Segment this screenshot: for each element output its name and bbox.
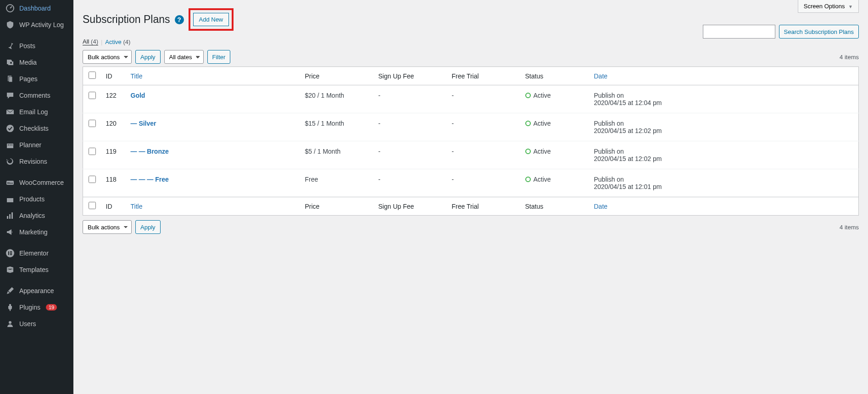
svg-rect-16	[9, 214, 11, 219]
user-icon	[6, 319, 15, 328]
row-status: Active	[521, 141, 590, 169]
sidebar-item-label: Appearance	[19, 287, 54, 294]
filter-active[interactable]: Active (4)	[105, 39, 130, 45]
col-id: ID	[101, 67, 126, 85]
sidebar-item-posts[interactable]: Posts	[0, 38, 73, 54]
filter-button[interactable]: Filter	[207, 50, 231, 64]
select-all-bottom[interactable]	[89, 202, 96, 209]
svg-rect-7	[7, 142, 13, 144]
dates-select[interactable]: All dates	[164, 50, 204, 64]
svg-rect-3	[9, 77, 12, 82]
row-date: Publish on2020/04/15 at 12:01 pm	[590, 169, 859, 197]
status-active-icon	[525, 177, 531, 182]
sidebar-item-label: Plugins	[19, 304, 40, 311]
sidebar-item-elementor[interactable]: Elementor	[0, 245, 73, 261]
svg-rect-9	[10, 144, 11, 145]
screen-options: Screen Options ▼	[798, 0, 859, 13]
sidebar-item-pages[interactable]: Pages	[0, 71, 73, 87]
svg-rect-20	[10, 251, 12, 252]
svg-text:Woo: Woo	[7, 182, 13, 184]
dash-icon	[6, 4, 15, 13]
sidebar-item-label: WP Activity Log	[19, 21, 64, 28]
plan-title-link[interactable]: Silver	[139, 120, 156, 127]
comment-icon	[6, 91, 15, 100]
sidebar-item-revisions[interactable]: Revisions	[0, 153, 73, 170]
rev-icon	[6, 157, 15, 166]
elem-icon	[6, 249, 15, 258]
search-input[interactable]	[703, 25, 775, 39]
row-signup: -	[374, 113, 447, 141]
sidebar-item-planner[interactable]: Planner	[0, 137, 73, 153]
bottom-toolbar: Bulk actions Apply 4 items	[83, 220, 859, 234]
brush-icon	[6, 286, 15, 295]
media-icon	[6, 58, 15, 67]
sidebar-item-comments[interactable]: Comments	[0, 87, 73, 104]
mega-icon	[6, 228, 15, 237]
screen-options-label: Screen Options	[804, 3, 845, 10]
sidebar-item-plugins[interactable]: Plugins19	[0, 299, 73, 316]
row-status: Active	[521, 85, 590, 113]
search-row: Search Subscription Plans	[703, 25, 859, 39]
row-id: 120	[101, 113, 126, 141]
main-content: Screen Options ▼ Search Subscription Pla…	[73, 0, 868, 394]
row-date: Publish on2020/04/15 at 12:02 pm	[590, 141, 859, 169]
apply-button-bottom[interactable]: Apply	[135, 220, 161, 234]
sidebar-item-appearance[interactable]: Appearance	[0, 283, 73, 299]
filter-all[interactable]: All (4)	[83, 38, 98, 45]
col-date[interactable]: Date	[590, 67, 859, 85]
status-active-icon	[525, 149, 531, 154]
svg-rect-22	[10, 254, 12, 255]
svg-rect-14	[7, 196, 13, 198]
apply-button[interactable]: Apply	[135, 50, 161, 64]
row-signup: -	[374, 169, 447, 197]
row-checkbox[interactable]	[89, 92, 96, 99]
row-checkbox[interactable]	[89, 176, 96, 183]
sidebar-item-checklists[interactable]: Checklists	[0, 120, 73, 137]
check-icon	[6, 124, 15, 133]
screen-options-button[interactable]: Screen Options ▼	[798, 0, 859, 13]
svg-point-1	[10, 62, 12, 64]
row-price: Free	[300, 169, 374, 197]
sidebar-item-label: Elementor	[19, 250, 49, 257]
plan-title-link[interactable]: Free	[155, 176, 169, 183]
row-checkbox[interactable]	[89, 148, 96, 155]
woo-icon: Woo	[6, 178, 15, 187]
plans-table: ID Title Price Sign Up Fee Free Trial St…	[83, 67, 859, 216]
sidebar-item-label: WooCommerce	[19, 179, 64, 186]
bulk-actions-select-bottom[interactable]: Bulk actions	[83, 220, 132, 234]
row-trial: -	[447, 85, 521, 113]
mail-icon	[6, 107, 15, 117]
stats-icon	[6, 211, 15, 220]
row-status: Active	[521, 113, 590, 141]
svg-point-23	[9, 321, 11, 324]
col-title[interactable]: Title	[126, 67, 300, 85]
row-checkbox[interactable]	[89, 120, 96, 127]
sidebar-item-analytics[interactable]: Analytics	[0, 207, 73, 224]
sidebar-item-marketing[interactable]: Marketing	[0, 224, 73, 240]
prod-icon	[6, 194, 15, 204]
svg-rect-8	[8, 144, 9, 145]
add-new-button[interactable]: Add New	[193, 13, 229, 26]
shield-icon	[6, 20, 15, 29]
col-signup: Sign Up Fee	[374, 67, 447, 85]
sidebar-item-media[interactable]: Media	[0, 54, 73, 71]
help-icon[interactable]: ?	[175, 15, 184, 24]
select-all-top[interactable]	[89, 72, 96, 79]
sidebar-item-products[interactable]: Products	[0, 191, 73, 207]
sidebar-item-woocommerce[interactable]: WooWooCommerce	[0, 174, 73, 191]
sidebar-item-users[interactable]: Users	[0, 316, 73, 332]
sidebar-item-label: Templates	[19, 266, 49, 273]
sidebar-item-templates[interactable]: Templates	[0, 261, 73, 278]
plan-title-link[interactable]: Bronze	[147, 148, 168, 155]
sidebar-item-email-log[interactable]: Email Log	[0, 104, 73, 120]
svg-rect-21	[10, 253, 12, 254]
cal-icon	[6, 140, 15, 150]
search-button[interactable]: Search Subscription Plans	[779, 25, 859, 39]
bulk-actions-select[interactable]: Bulk actions	[83, 50, 132, 64]
svg-rect-19	[8, 251, 9, 255]
sidebar-item-label: Revisions	[19, 158, 47, 165]
sidebar-item-wp-activity-log[interactable]: WP Activity Log	[0, 17, 73, 33]
plan-title-link[interactable]: Gold	[131, 92, 145, 99]
sidebar-item-dashboard[interactable]: Dashboard	[0, 0, 73, 17]
admin-sidebar: DashboardWP Activity LogPostsMediaPagesC…	[0, 0, 73, 394]
